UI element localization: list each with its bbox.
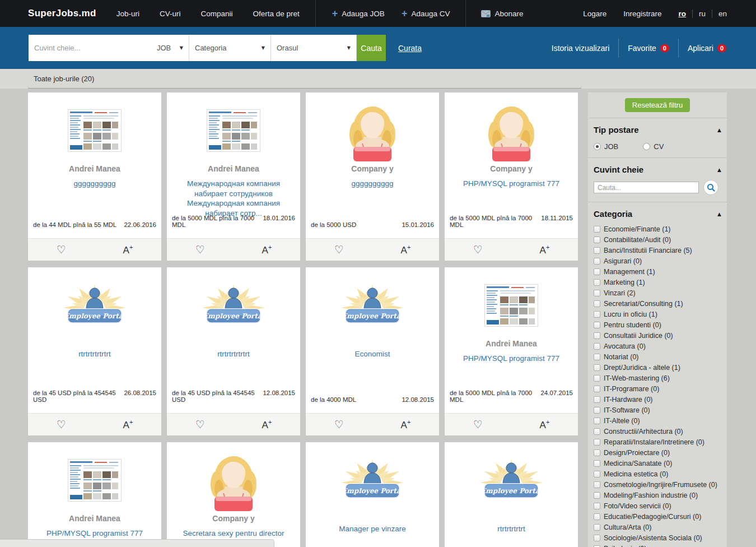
card-job-title-link[interactable]: PHP/MYSQL programist 777	[445, 354, 578, 364]
job-card[interactable]: Employee Portal Manager pe vinzare ♡ A+	[306, 442, 439, 547]
category-filter-item[interactable]: Management (1)	[594, 266, 721, 277]
card-job-title-link[interactable]: Международная компания набирает сотрудни…	[167, 179, 300, 218]
checkbox-icon[interactable]	[594, 471, 600, 478]
checkbox-icon[interactable]	[594, 332, 600, 339]
category-filter-item[interactable]: Lucru in oficiu (1)	[594, 309, 721, 319]
checkbox-icon[interactable]	[594, 343, 600, 350]
category-filter-item[interactable]: Drept/Juridica - altele (1)	[594, 362, 721, 373]
checkbox-icon[interactable]	[594, 268, 600, 275]
radio-option-job[interactable]: JOB	[594, 142, 618, 151]
category-filter-item[interactable]: Asigurari (0)	[594, 256, 721, 266]
nav-link-jobs[interactable]: Job-uri	[116, 10, 139, 18]
checkbox-icon[interactable]	[594, 300, 600, 307]
add-job-button[interactable]: + Adauga JOB	[332, 8, 385, 18]
post-type-select[interactable]: JOB ▼	[151, 35, 189, 61]
category-filter-item[interactable]: Educatie/Pedagogie/Cursuri (0)	[594, 511, 721, 522]
applications-link[interactable]: Aplicari 0	[688, 44, 726, 53]
login-link[interactable]: Logare	[583, 10, 606, 18]
favorite-button[interactable]: ♡	[306, 239, 372, 261]
category-filter-item[interactable]: Contabilitate/Audit (0)	[594, 234, 721, 245]
clear-search-link[interactable]: Curata	[398, 27, 422, 69]
category-filter-item[interactable]: Economie/Finante (1)	[594, 224, 721, 234]
checkbox-icon[interactable]	[594, 354, 600, 360]
card-job-title-link[interactable]: Manager pe vinzare	[306, 524, 439, 534]
city-select[interactable]: Orasul ▼	[271, 35, 357, 61]
job-card[interactable]: Employee Portal Company y Secretara sexy…	[167, 442, 300, 547]
collapse-arrow-icon[interactable]: ▲	[717, 127, 721, 133]
favorite-button[interactable]: ♡	[167, 239, 234, 261]
category-filter-item[interactable]: IT-Software (0)	[594, 405, 721, 415]
site-logo[interactable]: SuperJobs.md	[28, 8, 96, 19]
nav-link-pricing[interactable]: Oferta de pret	[253, 10, 300, 18]
view-history-link[interactable]: Istoria vizualizari	[552, 44, 609, 53]
checkbox-icon[interactable]	[594, 311, 600, 318]
category-filter-item[interactable]: Constructii/Arhitectura (0)	[594, 426, 721, 437]
keyword-search-input[interactable]	[29, 35, 151, 61]
reset-filter-button[interactable]: Resetează filtru	[625, 98, 690, 112]
apply-button[interactable]: A+	[511, 239, 578, 261]
category-filter-item[interactable]: Psihologie (0)	[594, 543, 721, 547]
job-card[interactable]: Employee Portal rtrtrtrtrtrtrt de la 45 …	[28, 267, 161, 435]
category-filter-item[interactable]: IT-Hardware (0)	[594, 394, 721, 405]
card-job-title-link[interactable]: gggggggggg	[306, 179, 439, 189]
category-filter-item[interactable]: IT-Altele (0)	[594, 415, 721, 426]
checkbox-icon[interactable]	[594, 503, 600, 509]
checkbox-icon[interactable]	[594, 513, 600, 520]
checkbox-icon[interactable]	[594, 460, 600, 467]
card-job-title-link[interactable]: rtrtrtrtrtrtrt	[167, 349, 300, 359]
register-link[interactable]: Inregistrare	[623, 10, 661, 18]
favorite-button[interactable]: ♡	[28, 414, 95, 435]
card-job-title-link[interactable]: rtrtrtrtrtrtrt	[28, 349, 161, 359]
search-button[interactable]: Cauta	[357, 35, 386, 61]
card-job-title-link[interactable]: rtrtrtrtrtrt	[445, 524, 578, 534]
apply-button[interactable]: A+	[234, 414, 300, 435]
apply-button[interactable]: A+	[234, 239, 300, 261]
checkbox-icon[interactable]	[594, 258, 600, 265]
category-filter-item[interactable]: Modeling/Fashion industrie (0)	[594, 490, 721, 500]
checkbox-icon[interactable]	[594, 449, 600, 456]
job-card[interactable]: Employee Portal Andrei Manea PHP/MYSQL p…	[445, 267, 578, 435]
card-job-title-link[interactable]: PHP/MYSQL programist 777	[28, 529, 161, 539]
category-filter-item[interactable]: Marketing (1)	[594, 277, 721, 288]
apply-button[interactable]: A+	[372, 239, 439, 261]
category-filter-item[interactable]: Notariat (0)	[594, 351, 721, 362]
category-filter-item[interactable]: Medicina/Sanatate (0)	[594, 458, 721, 469]
category-filter-item[interactable]: Foto/Video servicii (0)	[594, 500, 721, 511]
checkbox-icon[interactable]	[594, 226, 600, 233]
checkbox-icon[interactable]	[594, 364, 600, 371]
checkbox-icon[interactable]	[594, 407, 600, 414]
category-filter-item[interactable]: Cosmetologie/Ingrijire/Frumusete (0)	[594, 479, 721, 490]
job-card[interactable]: Employee Portal Andrei Manea Международн…	[167, 92, 300, 261]
nav-link-cvs[interactable]: CV-uri	[160, 10, 181, 18]
job-card[interactable]: Employee Portal Andrei Manea gggggggggg …	[28, 92, 161, 261]
nav-link-companies[interactable]: Companii	[200, 10, 232, 18]
card-job-title-link[interactable]: Secretara sexy pentru director	[167, 529, 300, 539]
checkbox-icon[interactable]	[594, 290, 600, 296]
collapse-arrow-icon[interactable]: ▲	[717, 211, 721, 217]
category-filter-item[interactable]: Reparatii/Instalare/Intretinere (0)	[594, 437, 721, 447]
apply-button[interactable]: A+	[95, 239, 161, 261]
apply-button[interactable]: A+	[372, 414, 439, 435]
keyword-filter-input[interactable]	[594, 182, 699, 193]
category-filter-item[interactable]: Secretariat/Consulting (1)	[594, 298, 721, 309]
category-filter-item[interactable]: Avocatura (0)	[594, 341, 721, 351]
job-card[interactable]: Employee Portal Andrei Manea PHP/MYSQL p…	[28, 442, 161, 547]
favorite-button[interactable]: ♡	[445, 414, 511, 435]
category-filter-item[interactable]: Consultatii Juridice (0)	[594, 330, 721, 341]
checkbox-icon[interactable]	[594, 279, 600, 286]
checkbox-icon[interactable]	[594, 524, 600, 531]
checkbox-icon[interactable]	[594, 396, 600, 403]
category-select[interactable]: Categoria ▼	[189, 35, 271, 61]
checkbox-icon[interactable]	[594, 375, 600, 382]
job-card[interactable]: Employee Portal Company y PHP/MYSQL prog…	[445, 92, 578, 261]
checkbox-icon[interactable]	[594, 247, 600, 254]
checkbox-icon[interactable]	[594, 322, 600, 328]
category-filter-item[interactable]: Medicina estetica (0)	[594, 469, 721, 479]
card-job-title-link[interactable]: PHP/MYSQL programist 777	[445, 179, 578, 189]
job-card[interactable]: Employee Portal rtrtrtrtrtrtrt de la 45 …	[167, 267, 300, 435]
category-filter-item[interactable]: Design/Proiectare (0)	[594, 447, 721, 458]
checkbox-icon[interactable]	[594, 492, 600, 499]
tab-all-jobs[interactable]: Toate job-urile (20)	[34, 69, 94, 89]
favorite-button[interactable]: ♡	[167, 414, 234, 435]
lang-en[interactable]: en	[718, 10, 727, 18]
